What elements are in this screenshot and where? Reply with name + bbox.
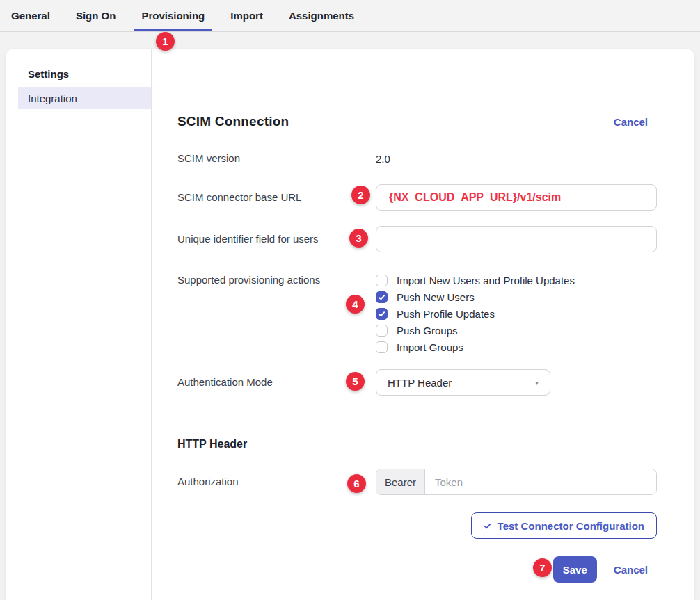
checkbox-label: Import Groups	[397, 341, 463, 353]
annotation-badge-7: 7	[533, 558, 552, 577]
checkbox-row-import-groups[interactable]: Import Groups	[376, 339, 657, 355]
section-divider	[177, 416, 657, 416]
tab-label: Sign On	[76, 10, 116, 22]
chevron-down-icon: ▾	[535, 379, 539, 387]
annotation-badge-4: 4	[346, 295, 365, 314]
checkbox-import-new-users[interactable]	[376, 275, 388, 286]
auth-mode-selected-value: HTTP Header	[388, 377, 452, 389]
checkbox-label: Push New Users	[397, 291, 475, 303]
authorization-input-group: Bearer	[376, 469, 657, 495]
checkbox-label: Import New Users and Profile Updates	[397, 275, 575, 286]
app-tab-bar: General Sign On Provisioning Import Assi…	[0, 0, 700, 32]
sidebar-heading: Settings	[28, 68, 151, 82]
checkbox-push-groups[interactable]	[376, 325, 388, 337]
provisioning-actions-label: Supported provisioning actions	[177, 272, 376, 355]
tab-label: Import	[230, 10, 263, 22]
checkbox-label: Push Groups	[397, 325, 458, 337]
content-card: Settings Integration SCIM Connection Can…	[6, 49, 694, 600]
tab-general[interactable]: General	[11, 0, 50, 31]
provisioning-actions-group: Import New Users and Profile Updates Pus…	[376, 272, 657, 355]
cancel-link-top[interactable]: Cancel	[614, 116, 648, 128]
annotation-badge-1: 1	[156, 32, 175, 51]
test-button-label: Test Connector Configuration	[498, 520, 644, 532]
checkbox-row-push-new-users[interactable]: Push New Users	[376, 289, 657, 305]
active-tab-underline	[134, 29, 212, 31]
bearer-prefix: Bearer	[376, 469, 425, 494]
base-url-label: SCIM connector base URL	[177, 190, 376, 204]
page-title: SCIM Connection	[177, 114, 289, 129]
annotation-badge-3: 3	[349, 229, 368, 248]
token-input[interactable]	[425, 469, 656, 494]
tab-label: Provisioning	[141, 10, 205, 22]
check-icon	[484, 522, 491, 530]
save-button[interactable]: Save	[553, 556, 597, 583]
checkbox-push-profile-updates[interactable]	[376, 308, 388, 320]
scim-version-value: 2.0	[376, 153, 657, 165]
annotation-badge-5: 5	[346, 372, 365, 391]
tab-assignments[interactable]: Assignments	[289, 0, 354, 31]
sidebar-item-integration[interactable]: Integration	[18, 87, 151, 109]
scim-connection-panel: SCIM Connection Cancel SCIM version 2.0 …	[152, 49, 694, 600]
checkbox-row-push-profile-updates[interactable]: Push Profile Updates	[376, 305, 657, 322]
settings-sidebar: Settings Integration	[6, 49, 152, 600]
annotation-badge-6: 6	[347, 474, 366, 493]
checkbox-push-new-users[interactable]	[376, 291, 388, 303]
tab-label: Assignments	[289, 10, 354, 22]
tab-sign-on[interactable]: Sign On	[76, 0, 116, 31]
checkbox-import-groups[interactable]	[376, 341, 388, 353]
tab-import[interactable]: Import	[230, 0, 263, 31]
tab-provisioning[interactable]: Provisioning	[141, 0, 205, 31]
scim-version-label: SCIM version	[177, 152, 376, 165]
http-header-section-heading: HTTP Header	[177, 438, 657, 452]
cancel-link-bottom[interactable]: Cancel	[614, 564, 648, 576]
base-url-input[interactable]	[376, 184, 657, 211]
auth-mode-select[interactable]: HTTP Header ▾	[376, 369, 550, 396]
checkbox-row-import-new-users[interactable]: Import New Users and Profile Updates	[376, 272, 657, 289]
test-connector-configuration-button[interactable]: Test Connector Configuration	[471, 512, 657, 539]
annotation-badge-2: 2	[351, 186, 370, 204]
authorization-label: Authorization	[177, 475, 376, 489]
checkbox-label: Push Profile Updates	[397, 308, 495, 320]
unique-identifier-input[interactable]	[376, 226, 657, 252]
tab-label: General	[11, 10, 50, 22]
unique-identifier-label: Unique identifier field for users	[177, 232, 376, 246]
checkbox-row-push-groups[interactable]: Push Groups	[376, 322, 657, 339]
